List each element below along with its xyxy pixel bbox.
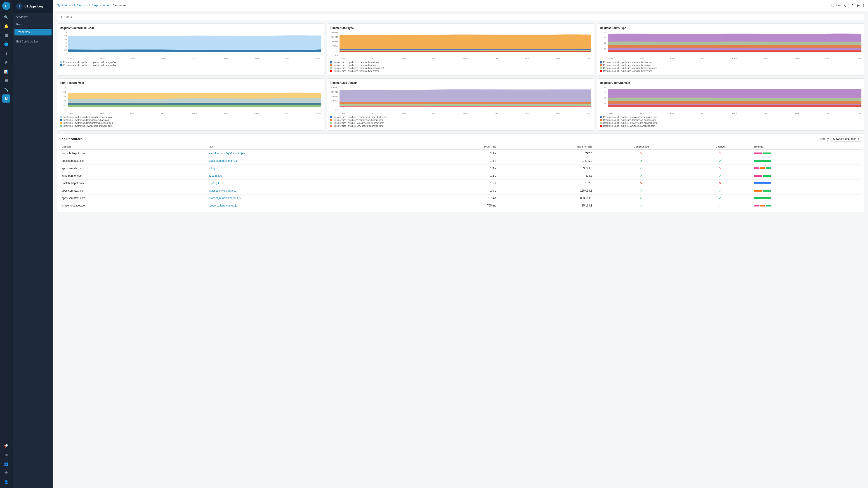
table-row: js.hs-banner.com/5111483.js1.2 s7.83 kB✓… [60, 172, 862, 180]
table-row: apps.sematext.com/ui/login1.3 s3.77 kB✓✕ [60, 165, 862, 172]
legend-label: Transfer size - synthetics.domain=cdn.se… [333, 116, 386, 119]
legend-label: Resource count - synthetics.resource.typ… [603, 61, 653, 64]
filters-label: Filters [64, 15, 72, 19]
legend-label: Total time - synthetics.domain=api.hubap… [63, 119, 110, 121]
legend-label: Transfer size - synthetics.resource.type… [333, 67, 384, 69]
timing-bar [754, 175, 772, 177]
legend-label: Resource count - synthet...response.code… [63, 64, 116, 66]
breadcrumb-synthetics[interactable]: Synthetics [57, 4, 70, 7]
table-row: apps.sematext.com/ui/asset_bundle.main.j… [60, 157, 862, 165]
help-icon[interactable]: ? [863, 3, 864, 7]
legend-label: Total time - synthetics.domain=forms.hub… [63, 122, 114, 124]
cell-path[interactable]: /ui/login [206, 165, 418, 172]
table-header-row: Top Resources Sort By Slowest Resources … [60, 136, 862, 142]
time-period-label: Last day [836, 4, 846, 7]
check-icon: ✓ [640, 166, 643, 170]
legend-label: Total time - synthetics.domain=cdn.semat… [63, 116, 113, 119]
topbar: Synthetics › US Apps › US Apps Login › R… [53, 0, 868, 11]
cell-path[interactable]: /lead-flows-config/v1/config/json [206, 150, 418, 157]
cell-compressed: ✓ [594, 165, 688, 172]
app-icon: S [16, 3, 23, 9]
timing-bar [754, 152, 772, 155]
chart-request-count-type: Request Count/Type 70 50 30 10 [597, 24, 864, 76]
cell-domain: apps.sematext.com [60, 187, 206, 195]
cell-cached: ✕ [688, 165, 752, 172]
check-icon: ✓ [640, 189, 643, 193]
cross-icon: ✕ [719, 182, 721, 185]
cell-path[interactable]: /conversations-embed.js [206, 202, 418, 209]
timing-bar [754, 160, 772, 162]
cell-timings [752, 157, 862, 165]
cell-transfer-size: 155.03 kB [498, 187, 594, 195]
cell-total-time: 797 ms [418, 195, 498, 202]
col-compressed: Compressed [594, 144, 688, 150]
cell-cached: ✓ [688, 187, 752, 195]
col-total-time: Total Time [418, 144, 498, 150]
nav-item-runs[interactable]: Runs [13, 21, 53, 28]
app-logo[interactable]: S [2, 2, 10, 10]
col-transfer-size: Transfer Size [498, 144, 594, 150]
legend-label: Resource count - synthet...domain=cdn.se… [603, 116, 657, 119]
edit-configuration-link[interactable]: Edit Configuration [13, 38, 53, 45]
cell-path[interactable]: /ui/asset_style_light.css [206, 187, 418, 195]
timing-bar [754, 197, 772, 199]
svg-text:S: S [19, 5, 20, 8]
sidebar-icon-monitor[interactable]: 🖥 [2, 94, 10, 103]
sidebar-icon-settings[interactable]: ⚙ [2, 468, 10, 477]
table-header: Domain Path Total Time Transfer Size Com… [60, 144, 862, 150]
sidebar-icon-info[interactable]: ℹ [2, 49, 10, 57]
chevron-down-icon: ▾ [858, 137, 859, 140]
sidebar-icon-search[interactable]: 🔍 [2, 13, 10, 21]
cell-compressed: ✕ [594, 180, 688, 187]
nav-item-resources[interactable]: Resources [14, 29, 52, 35]
cross-icon: ✕ [640, 182, 643, 185]
col-path: Path [206, 144, 418, 150]
sidebar-icon-flag[interactable]: ⚑ [2, 58, 10, 66]
cell-domain: forms.hubspot.com [60, 150, 206, 157]
cell-path[interactable]: /ui/asset_bundle.main.js [206, 157, 418, 165]
table-row: js.usemessages.com/conversations-embed.j… [60, 202, 862, 209]
filters-bar[interactable]: ⧎ Filters [57, 13, 864, 21]
play-icon[interactable]: ▶ [857, 3, 860, 7]
cell-transfer-size: 152 B [498, 180, 594, 187]
sidebar-icon-chart[interactable]: 📊 [2, 67, 10, 75]
refresh-icon[interactable]: ↻ [851, 3, 855, 7]
time-period-picker[interactable]: 🕐 Last day [829, 3, 848, 8]
sidebar-icon-globe[interactable]: 🌐 [2, 40, 10, 48]
sort-dropdown[interactable]: Slowest Resources ▾ [831, 136, 862, 142]
chart-title: Request Count/Type [600, 26, 862, 30]
sidebar-icon-email[interactable]: ✉ [2, 451, 10, 459]
chart-total-time-domain: Total Time/Domain 12 s 10 s 8 s 6 s 4 s … [57, 78, 324, 131]
breadcrumb-us-apps-login[interactable]: US Apps Login [89, 4, 109, 7]
cell-transfer-size: 3.77 kB [498, 165, 594, 172]
cell-cached: ✓ [688, 202, 752, 209]
check-icon: ✓ [640, 196, 643, 200]
cell-path[interactable]: /__ptq.gif [206, 180, 418, 187]
legend-label: Transfer size - syntheti...ww.google-ana… [333, 125, 383, 127]
cell-path[interactable]: /ui/asset_bundle.vendors.js [206, 195, 418, 202]
sidebar-icon-user[interactable]: 👤 [2, 478, 10, 486]
nav-item-overview[interactable]: Overview [13, 13, 53, 21]
chart-title: Transfer Size/Domain [330, 81, 592, 85]
breadcrumb-us-apps[interactable]: US Apps [74, 4, 86, 7]
table-title: Top Resources [60, 137, 83, 141]
legend-label: Resource count - synthet...ww.google-ana… [603, 125, 655, 127]
cell-total-time: 1.3 s [418, 165, 498, 172]
legend-label: Resource count - synthetics.resource.typ… [603, 67, 657, 69]
sidebar-icon-team[interactable]: 👥 [2, 459, 10, 468]
check-icon: ✓ [640, 159, 643, 163]
table-row: forms.hubspot.com/lead-flows-config/v1/c… [60, 150, 862, 157]
sidebar-icon-list[interactable]: ☰ [2, 76, 10, 85]
sidebar-icon-alert[interactable]: 🔔 [2, 22, 10, 30]
legend-label: Resource count - synthet...omain=forms.h… [603, 122, 657, 124]
check-icon: ✓ [719, 204, 721, 207]
sidebar-icon-speaker[interactable]: 📢 [2, 442, 10, 450]
cell-compressed: ✓ [594, 157, 688, 165]
sidebar-icon-grid[interactable]: ⊞ [2, 31, 10, 39]
timing-bar [754, 182, 772, 184]
sidebar-icon-wrench[interactable]: 🔧 [2, 86, 10, 94]
cell-path[interactable]: /5111483.js [206, 172, 418, 180]
cell-total-time: 1.4 s [418, 157, 498, 165]
cell-domain: apps.sematext.com [60, 195, 206, 202]
cell-timings [752, 172, 862, 180]
